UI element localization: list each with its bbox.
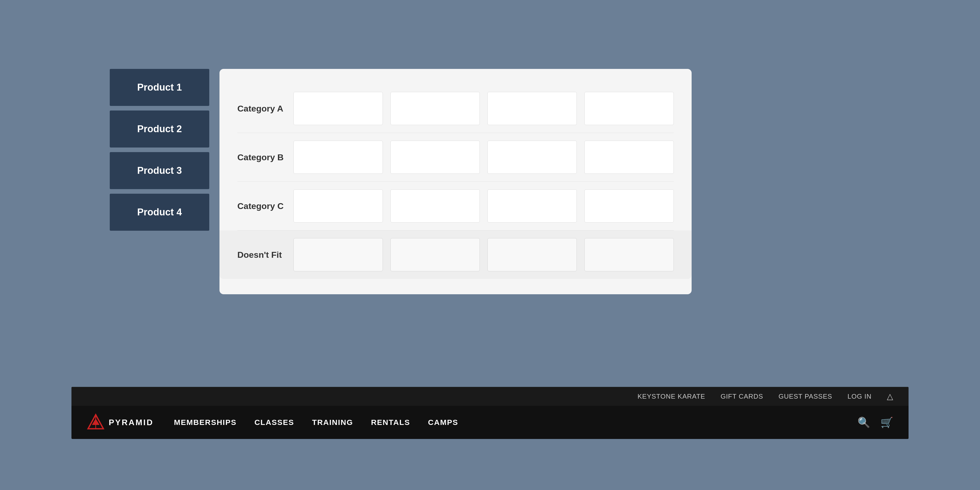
product-3-button[interactable]: Product 3 xyxy=(110,152,209,189)
nav-link-training[interactable]: TRAINING xyxy=(312,418,353,427)
row-label-category-c: Category C xyxy=(237,201,293,211)
panel-row-doesnt-fit: Doesn't Fit xyxy=(220,231,692,279)
panel-row-category-c: Category C xyxy=(237,182,674,231)
nav-link-memberships[interactable]: MEMBERSHIPS xyxy=(174,418,237,427)
cell-category-c-4[interactable] xyxy=(584,189,674,223)
product-panel: Category ACategory BCategory CDoesn't Fi… xyxy=(220,69,692,294)
row-cells-doesnt-fit xyxy=(293,238,674,271)
panel-row-category-b: Category B xyxy=(237,133,674,182)
product-4-button[interactable]: Product 4 xyxy=(110,194,209,231)
main-area: Product 1Product 2Product 3Product 4 Cat… xyxy=(110,69,692,294)
cell-category-a-2[interactable] xyxy=(390,92,480,125)
cell-category-a-3[interactable] xyxy=(487,92,577,125)
logo-text: PYRAMID xyxy=(109,418,154,427)
top-link-guest-passes[interactable]: GUEST PASSES xyxy=(778,393,832,401)
top-link-gift-cards[interactable]: GIFT CARDS xyxy=(721,393,763,401)
product-1-button[interactable]: Product 1 xyxy=(110,69,209,106)
search-icon[interactable]: 🔍 xyxy=(858,417,870,428)
panel-row-category-a: Category A xyxy=(237,84,674,133)
pyramid-logo-icon xyxy=(87,414,105,431)
cell-category-c-1[interactable] xyxy=(293,189,383,223)
row-cells-category-a xyxy=(293,92,674,125)
cell-category-b-2[interactable] xyxy=(390,141,480,174)
navbar-links: MEMBERSHIPSCLASSESTRAININGRENTALSCAMPS xyxy=(174,418,858,427)
navbar-logo[interactable]: PYRAMID xyxy=(87,414,154,431)
cell-category-b-4[interactable] xyxy=(584,141,674,174)
facebook-icon[interactable]: △ xyxy=(887,391,893,401)
nav-link-classes[interactable]: CLASSES xyxy=(255,418,294,427)
cell-category-b-1[interactable] xyxy=(293,141,383,174)
cell-doesnt-fit-2[interactable] xyxy=(390,238,480,271)
nav-link-camps[interactable]: CAMPS xyxy=(428,418,458,427)
cell-doesnt-fit-4[interactable] xyxy=(584,238,674,271)
row-label-doesnt-fit: Doesn't Fit xyxy=(237,250,293,260)
navbar-main: PYRAMID MEMBERSHIPSCLASSESTRAININGRENTAL… xyxy=(72,406,908,439)
bag-icon[interactable]: 🛒 xyxy=(880,417,893,428)
navbar-top: KEYSTONE KARATEGIFT CARDSGUEST PASSESLOG… xyxy=(72,387,908,406)
cell-doesnt-fit-3[interactable] xyxy=(487,238,577,271)
top-link-log-in[interactable]: LOG IN xyxy=(848,393,872,401)
cell-category-c-2[interactable] xyxy=(390,189,480,223)
top-link-keystone-karate[interactable]: KEYSTONE KARATE xyxy=(638,393,705,401)
row-cells-category-b xyxy=(293,141,674,174)
row-cells-category-c xyxy=(293,189,674,223)
sidebar: Product 1Product 2Product 3Product 4 xyxy=(110,69,209,231)
cell-category-a-4[interactable] xyxy=(584,92,674,125)
navbar: KEYSTONE KARATEGIFT CARDSGUEST PASSESLOG… xyxy=(72,387,908,439)
cell-category-a-1[interactable] xyxy=(293,92,383,125)
cell-doesnt-fit-1[interactable] xyxy=(293,238,383,271)
nav-link-rentals[interactable]: RENTALS xyxy=(371,418,410,427)
row-label-category-b: Category B xyxy=(237,152,293,162)
row-label-category-a: Category A xyxy=(237,103,293,114)
cell-category-c-3[interactable] xyxy=(487,189,577,223)
navbar-action-icons: 🔍 🛒 xyxy=(858,417,893,428)
product-2-button[interactable]: Product 2 xyxy=(110,110,209,148)
cell-category-b-3[interactable] xyxy=(487,141,577,174)
